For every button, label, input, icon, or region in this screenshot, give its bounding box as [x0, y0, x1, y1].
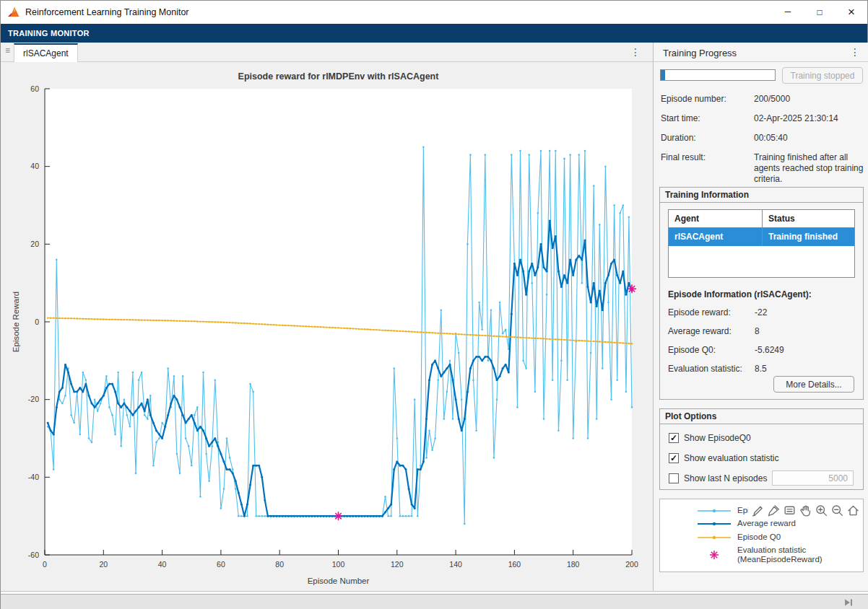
minimize-button[interactable]: –	[772, 1, 804, 24]
panel-header: Training Progress ⋮	[654, 43, 868, 62]
training-information-group: Training Information Agent Status rlSACA…	[659, 187, 864, 400]
svg-text:100: 100	[332, 560, 345, 569]
legend-label: Episode Q0	[737, 533, 781, 542]
home-icon[interactable]	[846, 504, 860, 517]
ribbon-tab-label[interactable]: TRAINING MONITOR	[8, 29, 90, 38]
svg-text:120: 120	[391, 560, 404, 569]
legend-entry-episode-q0[interactable]: Episode Q0	[696, 533, 781, 542]
plot-legend: Episode reward Average reward Episode Q0	[659, 499, 864, 572]
show-evaluation-statistic-label: Show evaluation statistic	[684, 453, 778, 463]
svg-text:0: 0	[35, 317, 39, 326]
datatip-icon[interactable]	[783, 504, 797, 517]
svg-text:140: 140	[449, 560, 462, 569]
show-last-n-episodes-checkbox[interactable]	[669, 473, 679, 483]
brush-icon[interactable]	[767, 504, 781, 517]
svg-text:-40: -40	[28, 473, 39, 481]
progress-info-rows: Episode number: 200/5000 Start time: 02-…	[661, 94, 864, 185]
y-axis-label: Episode Reward	[12, 292, 20, 352]
svg-text:40: 40	[30, 162, 39, 170]
training-progress-bar	[660, 69, 776, 81]
matlab-logo-icon	[7, 6, 20, 19]
training-progress-panel: Training Progress ⋮ Training stopped Epi…	[653, 43, 868, 591]
pan-icon[interactable]	[799, 504, 812, 517]
svg-text:60: 60	[30, 84, 39, 93]
svg-text:80: 80	[275, 560, 284, 569]
show-last-n-episodes-label: Show last N episodes	[684, 473, 767, 483]
svg-text:0: 0	[43, 560, 47, 569]
evaluation-statistic-label: Evaluation statistic:	[668, 364, 755, 374]
legend-entry-evaluation-statistic[interactable]: Evaluation statistic (MeanEpisodeReward)	[696, 546, 823, 564]
show-episodeq0-checkbox[interactable]: ✓	[669, 433, 679, 443]
show-evaluation-statistic-checkbox[interactable]: ✓	[669, 453, 679, 463]
maximize-button[interactable]: □	[804, 1, 836, 24]
svg-text:-20: -20	[28, 395, 39, 403]
start-time-label: Start time:	[661, 113, 754, 124]
duration-value: 00:05:40	[754, 133, 864, 144]
more-details-button[interactable]: More Details...	[773, 376, 854, 393]
axes-toolbar	[748, 502, 860, 518]
episode-information-header: Episode Information (rlSACAgent):	[668, 289, 812, 299]
episode-reward-chart[interactable]: 6040200-20-40-60020406080100120140160180…	[1, 62, 648, 591]
episode-reward-value: -22	[755, 307, 856, 317]
last-n-episodes-input[interactable]	[772, 470, 854, 486]
svg-text:20: 20	[30, 240, 39, 248]
show-episodeq0-label: Show EpisodeQ0	[684, 433, 751, 443]
final-result-value: Training finished after all agents reach…	[754, 152, 864, 185]
table-row-rlsacagent[interactable]: rlSACAgent Training finished	[669, 228, 854, 246]
tab-rlsacagent[interactable]: rlSACAgent	[14, 43, 78, 62]
column-header-agent[interactable]: Agent	[669, 210, 763, 228]
close-button[interactable]: ×	[836, 1, 867, 24]
episode-reward-swatch-icon	[696, 507, 732, 515]
document-tabstrip: ≡ rlSACAgent ⋮	[1, 43, 653, 62]
zoom-out-icon[interactable]	[830, 504, 844, 517]
episode-q0-label: Episode Q0:	[668, 345, 755, 355]
agent-status-table: Agent Status rlSACAgent Training finishe…	[668, 209, 855, 278]
average-reward-label: Average reward:	[668, 326, 755, 336]
svg-text:160: 160	[508, 560, 521, 569]
panel-title: Training Progress	[663, 48, 737, 58]
zoom-in-icon[interactable]	[815, 504, 828, 517]
duration-label: Duration:	[661, 133, 754, 144]
svg-text:20: 20	[99, 560, 108, 569]
legend-label: Average reward	[737, 519, 796, 528]
final-result-label: Final result:	[661, 152, 754, 185]
export-icon[interactable]	[751, 504, 765, 517]
column-header-status[interactable]: Status	[763, 210, 854, 228]
training-stopped-button[interactable]: Training stopped	[782, 67, 863, 84]
legend-label: Evaluation statistic (MeanEpisodeReward)	[737, 546, 823, 564]
panel-options-kebab-icon[interactable]: ⋮	[850, 47, 860, 57]
episode-number-value: 200/5000	[754, 94, 864, 105]
episode-information-rows: Episode reward: -22 Average reward: 8 Ep…	[668, 307, 856, 374]
episode-q0-swatch-icon	[696, 533, 732, 542]
training-information-header: Training Information	[660, 188, 863, 203]
expand-right-icon[interactable]	[843, 597, 854, 608]
tab-grip-icon[interactable]: ≡	[5, 45, 10, 56]
window-title: Reinforcement Learning Training Monitor	[25, 7, 189, 17]
svg-text:180: 180	[567, 560, 580, 569]
average-reward-value: 8	[755, 326, 856, 336]
svg-text:200: 200	[625, 560, 638, 569]
svg-text:60: 60	[217, 560, 225, 569]
chart-title: Episode reward for rlMDPEnv with rlSACAg…	[238, 71, 440, 82]
table-header-row: Agent Status	[669, 210, 854, 228]
legend-entry-average-reward[interactable]: Average reward	[696, 519, 796, 528]
x-axis-label: Episode Number	[308, 577, 370, 585]
plot-options-header: Plot Options	[660, 409, 863, 424]
figure-pane: 6040200-20-40-60020406080100120140160180…	[1, 62, 648, 591]
window-titlebar: Reinforcement Learning Training Monitor …	[1, 1, 867, 24]
status-bar	[1, 594, 868, 609]
svg-text:40: 40	[158, 560, 167, 569]
agent-cell: rlSACAgent	[669, 228, 763, 246]
svg-text:-60: -60	[28, 551, 39, 559]
status-cell: Training finished	[763, 228, 854, 246]
episode-number-label: Episode number:	[661, 94, 754, 105]
episode-reward-label: Episode reward:	[668, 307, 755, 317]
evaluation-statistic-value: 8.5	[755, 364, 856, 374]
average-reward-swatch-icon	[696, 520, 732, 528]
plot-options-group: Plot Options ✓ Show EpisodeQ0 ✓ Show eva…	[659, 408, 864, 490]
toolstrip-ribbon: TRAINING MONITOR	[1, 24, 867, 43]
tab-options-kebab-icon[interactable]: ⋮	[630, 47, 641, 57]
episode-q0-value: -5.6249	[755, 345, 856, 355]
plot-background	[45, 89, 632, 555]
app-window: Reinforcement Learning Training Monitor …	[0, 0, 868, 609]
